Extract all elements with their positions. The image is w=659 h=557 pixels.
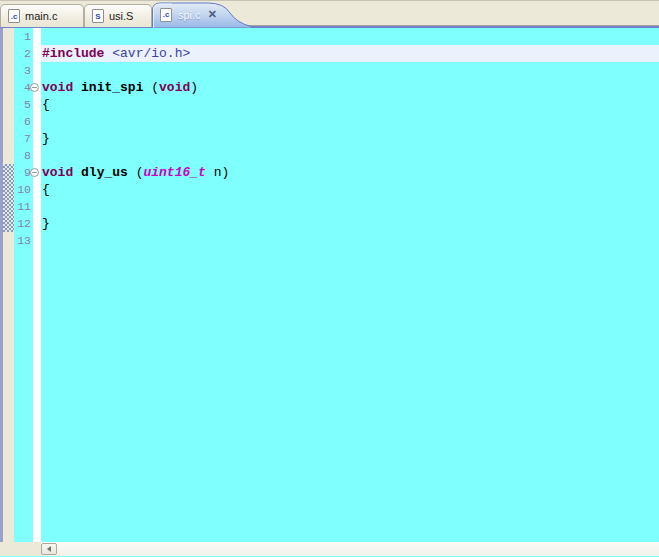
code-line[interactable] xyxy=(41,28,659,45)
code-editor: 12345678910111213 #include <avr/io.h>voi… xyxy=(0,28,659,542)
code-line[interactable]: } xyxy=(41,130,659,147)
line-number[interactable]: 8 xyxy=(14,147,33,164)
line-number[interactable]: 11 xyxy=(14,198,33,215)
line-number[interactable]: 12 xyxy=(14,215,33,232)
code-token-plain: } xyxy=(42,216,50,231)
code-line[interactable] xyxy=(41,147,659,164)
tab-spi-c-active[interactable]: .c spi.c ✕ xyxy=(152,1,254,28)
code-line-current[interactable]: #include <avr/io.h> xyxy=(41,45,659,62)
code-token-function: dly_us xyxy=(81,165,128,180)
editor-window: .c main.c S usi.S .c spi.c xyxy=(0,0,659,557)
tab-main-c[interactable]: .c main.c xyxy=(0,4,84,27)
fold-collapse-icon[interactable] xyxy=(30,168,39,177)
fold-collapse-icon[interactable] xyxy=(30,83,39,92)
code-line[interactable] xyxy=(41,62,659,79)
code-token-header: <avr/io.h> xyxy=(112,46,190,61)
code-token-plain: n) xyxy=(206,165,229,180)
code-token-plain: { xyxy=(42,97,50,112)
line-number[interactable]: 1 xyxy=(14,28,33,45)
scrollbar-corner xyxy=(0,542,41,556)
code-token-function: init_spi xyxy=(81,80,143,95)
editor-tab-bar: .c main.c S usi.S .c spi.c xyxy=(0,0,659,26)
line-number[interactable]: 5 xyxy=(14,96,33,113)
code-line[interactable]: { xyxy=(41,181,659,198)
code-token-plain: } xyxy=(42,131,50,146)
code-line[interactable] xyxy=(41,113,659,130)
line-number[interactable]: 3 xyxy=(14,62,33,79)
line-number[interactable]: 7 xyxy=(14,130,33,147)
code-line[interactable] xyxy=(41,198,659,215)
code-token-preprocessor: #include xyxy=(42,46,104,61)
horizontal-scrollbar[interactable] xyxy=(0,542,659,556)
code-line[interactable]: } xyxy=(41,215,659,232)
asm-file-icon: S xyxy=(92,9,104,23)
annotation-ruler[interactable] xyxy=(3,28,14,542)
code-text-area[interactable]: #include <avr/io.h>void init_spi (void){… xyxy=(41,28,659,542)
tab-usi-s[interactable]: S usi.S xyxy=(84,4,152,27)
line-number-gutter[interactable]: 12345678910111213 xyxy=(14,28,33,542)
tab-label: main.c xyxy=(25,10,57,22)
code-token-plain: { xyxy=(42,182,50,197)
code-line[interactable]: void dly_us (uint16_t n) xyxy=(41,164,659,181)
tab-label: spi.c xyxy=(178,9,201,21)
code-token-plain xyxy=(73,80,81,95)
left-arrow-icon xyxy=(47,546,51,552)
code-line[interactable]: void init_spi (void) xyxy=(41,79,659,96)
tab-label: usi.S xyxy=(109,10,133,22)
code-line[interactable]: { xyxy=(41,96,659,113)
line-number[interactable]: 10 xyxy=(14,181,33,198)
code-token-keyword: void xyxy=(42,80,73,95)
scrollbar-track[interactable] xyxy=(57,542,659,556)
line-number[interactable]: 13 xyxy=(14,232,33,249)
code-token-keyword: void xyxy=(159,80,190,95)
line-number[interactable]: 2 xyxy=(14,45,33,62)
code-line[interactable] xyxy=(41,232,659,249)
c-file-icon: .c xyxy=(160,8,172,22)
scroll-left-button[interactable] xyxy=(41,543,57,555)
code-token-keyword: void xyxy=(42,165,73,180)
code-token-plain: ( xyxy=(128,165,144,180)
folding-bar[interactable] xyxy=(33,28,41,542)
c-file-icon: .c xyxy=(8,9,20,23)
code-token-plain: ) xyxy=(190,80,198,95)
code-token-plain: ( xyxy=(143,80,159,95)
range-indicator xyxy=(3,164,14,232)
code-token-plain xyxy=(73,165,81,180)
close-tab-icon[interactable]: ✕ xyxy=(207,9,218,20)
code-token-typedef: uint16_t xyxy=(143,165,205,180)
line-number[interactable]: 6 xyxy=(14,113,33,130)
